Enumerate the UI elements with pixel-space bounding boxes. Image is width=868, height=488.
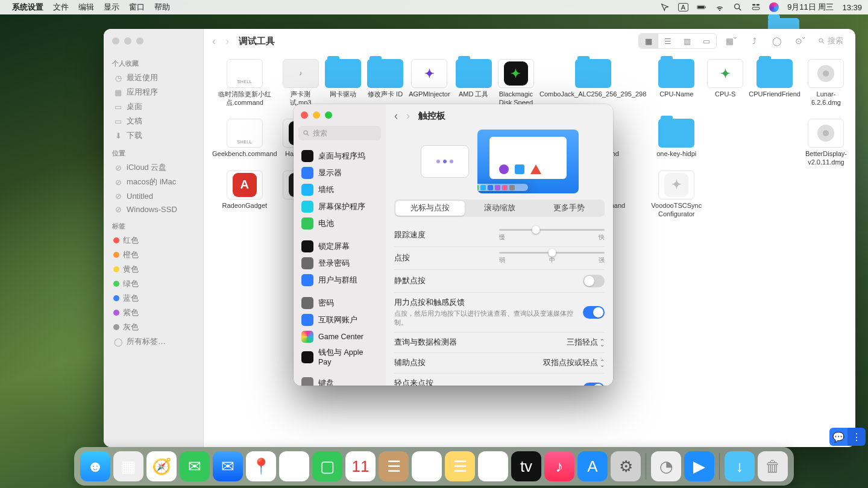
- file-item[interactable]: 临时清除更新小红点.command: [212, 59, 277, 115]
- file-item[interactable]: BetterDisplay-v2.0.11.dmg: [805, 119, 847, 167]
- group-menu-icon[interactable]: ▦ˇ: [723, 34, 740, 48]
- dock-play[interactable]: ▶: [684, 451, 714, 481]
- settings-side-item[interactable]: 屏幕保护程序: [297, 198, 382, 215]
- spotlight-icon[interactable]: [733, 2, 743, 12]
- nav-fwd-icon[interactable]: ›: [225, 35, 229, 48]
- sidebar-tag-item[interactable]: 橙色: [110, 248, 197, 262]
- sidebar-loc-item[interactable]: ⊘Windows-SSD: [110, 202, 197, 216]
- window-controls[interactable]: [112, 37, 143, 45]
- settings-window-controls[interactable]: [294, 104, 386, 124]
- tag-icon[interactable]: ◯: [769, 34, 785, 48]
- dock-diskutil[interactable]: ◔: [651, 451, 681, 481]
- menu-edit[interactable]: 编辑: [78, 2, 94, 13]
- tab-more-gestures[interactable]: 更多手势: [534, 201, 603, 216]
- lookup-popup[interactable]: 三指轻点⌃⌄: [567, 337, 605, 348]
- settings-side-item[interactable]: 钱包与 Apple Pay: [297, 345, 382, 369]
- control-center-icon[interactable]: [751, 2, 761, 12]
- sidebar-fav-item[interactable]: ▦应用程序: [110, 85, 197, 99]
- dock-settings[interactable]: ⚙: [611, 451, 641, 481]
- dock-facetime[interactable]: ▢: [312, 451, 342, 481]
- dock-downloads[interactable]: ↓: [725, 451, 755, 481]
- sidebar-loc-item[interactable]: ⊘macos的 iMac: [110, 175, 197, 189]
- dock-messages[interactable]: ✉: [180, 451, 210, 481]
- menu-view[interactable]: 显示: [104, 2, 119, 13]
- settings-side-item[interactable]: 桌面与程序坞: [297, 148, 382, 164]
- file-item[interactable]: ✦CPU-S: [706, 59, 744, 115]
- settings-side-item[interactable]: 锁定屏幕: [297, 238, 382, 255]
- dock-finder[interactable]: ☻: [80, 451, 110, 481]
- menu-window[interactable]: 窗口: [129, 2, 145, 13]
- menu-file[interactable]: 文件: [53, 2, 69, 13]
- dock-calendar[interactable]: 11: [345, 451, 376, 481]
- dock-reminders[interactable]: ☰: [412, 451, 442, 481]
- share-icon[interactable]: ⤴: [746, 34, 763, 48]
- action-menu-icon[interactable]: ⊙ˇ: [791, 34, 808, 48]
- sidebar-tag-item[interactable]: 紫色: [110, 305, 197, 320]
- siri-icon[interactable]: [769, 2, 779, 12]
- nav-back-icon[interactable]: ‹: [212, 35, 216, 48]
- input-source[interactable]: A: [678, 3, 688, 11]
- app-name[interactable]: 系统设置: [12, 2, 43, 13]
- trackpad-tabs[interactable]: 光标与点按 滚动缩放 更多手势: [394, 199, 605, 217]
- sidebar-fav-item[interactable]: ▭文稿: [110, 114, 197, 128]
- settings-side-item[interactable]: 电池: [297, 215, 382, 232]
- file-item[interactable]: CPU-Name: [651, 59, 702, 115]
- tracking-speed-slider[interactable]: 慢快: [499, 229, 605, 242]
- settings-side-item[interactable]: 互联网账户: [297, 311, 382, 328]
- menubar-time[interactable]: 13:39: [842, 3, 862, 12]
- file-item[interactable]: one-key-hidpi: [651, 119, 702, 167]
- dock-photos[interactable]: ✿: [279, 451, 309, 481]
- file-item[interactable]: ✦VoodooTSCSync Configurator: [651, 170, 702, 219]
- settings-side-item[interactable]: 登录密码: [297, 255, 382, 272]
- dock-maps[interactable]: 📍: [246, 451, 276, 481]
- sidebar-fav-item[interactable]: ◷最近使用: [110, 70, 197, 85]
- sidebar-fav-item[interactable]: ▭桌面: [110, 99, 197, 114]
- dock-trash[interactable]: 🗑: [758, 451, 788, 481]
- sidebar-tag-item[interactable]: 灰色: [110, 320, 197, 334]
- menubar-date[interactable]: 9月11日 周三: [787, 2, 834, 13]
- dock-freeform[interactable]: 〰: [478, 451, 508, 481]
- dock-tv[interactable]: tv: [511, 451, 541, 481]
- settings-side-item[interactable]: 密码: [297, 295, 382, 311]
- settings-side-item[interactable]: 显示器: [297, 164, 382, 181]
- view-switcher[interactable]: ▦ ☰ ▥ ▭: [638, 33, 717, 49]
- sidebar-tag-item[interactable]: 绿色: [110, 277, 197, 291]
- file-item[interactable]: ARadeonGadget: [212, 170, 277, 219]
- dock-mail[interactable]: ✉: [213, 451, 243, 481]
- dock-music[interactable]: ♪: [544, 451, 574, 481]
- silent-click-toggle[interactable]: [583, 275, 605, 287]
- tap-to-click-toggle[interactable]: [583, 383, 605, 386]
- battery-icon[interactable]: [697, 2, 706, 12]
- settings-side-item[interactable]: Game Center: [297, 328, 382, 345]
- secondary-popup[interactable]: 双指点按或轻点⌃⌄: [543, 358, 605, 368]
- settings-side-item[interactable]: 键盘: [297, 375, 382, 386]
- settings-search[interactable]: 搜索: [298, 126, 381, 140]
- file-item[interactable]: CPUFriendFriend: [749, 59, 800, 115]
- sidebar-tag-item[interactable]: 黄色: [110, 262, 197, 277]
- sidebar-tag-item[interactable]: 红色: [110, 233, 197, 248]
- sidebar-tag-item[interactable]: ◯所有标签…: [110, 334, 197, 349]
- file-item[interactable]: Lunar-6.2.6.dmg: [805, 59, 847, 115]
- sidebar-loc-item[interactable]: ⊘Untitled: [110, 189, 197, 202]
- force-click-toggle[interactable]: [583, 306, 605, 319]
- dock-launchpad[interactable]: ▦: [113, 451, 143, 481]
- settings-back-icon[interactable]: ‹: [394, 110, 398, 122]
- dock-notes[interactable]: ☰: [445, 451, 475, 481]
- tab-point-click[interactable]: 光标与点按: [395, 201, 465, 216]
- file-item[interactable]: Geekbench.command: [212, 119, 277, 167]
- sidebar-fav-item[interactable]: ⬇下载: [110, 128, 197, 143]
- dock-contacts[interactable]: ☰: [379, 451, 409, 481]
- sidebar-tag-item[interactable]: 蓝色: [110, 291, 197, 305]
- dock-appstore[interactable]: A: [577, 451, 608, 481]
- menubar-cursor-icon[interactable]: [660, 2, 670, 12]
- menu-help[interactable]: 帮助: [154, 2, 170, 13]
- dock-safari[interactable]: 🧭: [146, 451, 177, 481]
- sidebar-loc-item[interactable]: ⊘iCloud 云盘: [110, 160, 197, 175]
- settings-side-item[interactable]: 墙纸: [297, 181, 382, 198]
- tab-scroll-zoom[interactable]: 滚动缩放: [465, 201, 534, 216]
- click-strength-slider[interactable]: 弱中强: [499, 252, 605, 264]
- wifi-icon[interactable]: [715, 2, 725, 12]
- finder-search[interactable]: 搜索: [814, 34, 847, 48]
- settings-side-item[interactable]: 用户与群组: [297, 272, 382, 289]
- floating-widget[interactable]: 💬⋮: [829, 428, 866, 446]
